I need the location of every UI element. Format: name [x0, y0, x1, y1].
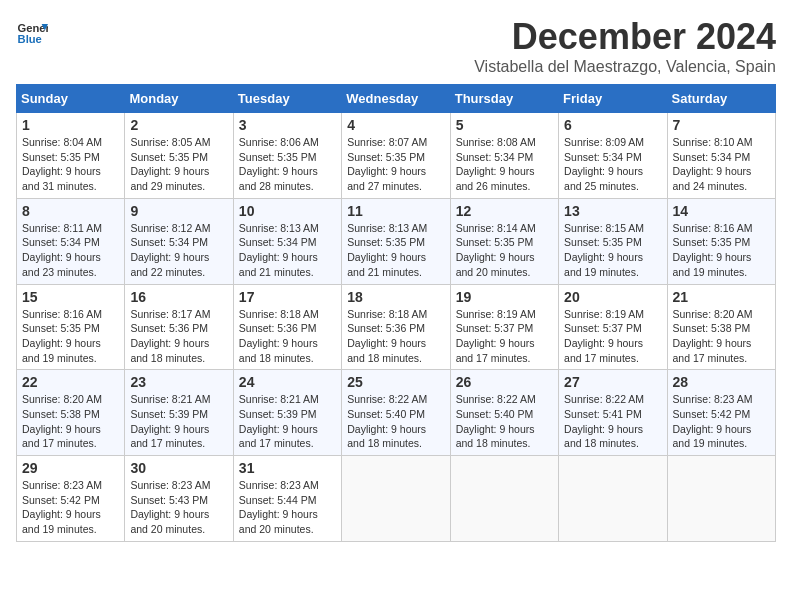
calendar-body: 1 Sunrise: 8:04 AM Sunset: 5:35 PM Dayli… — [17, 113, 776, 542]
sunrise-label: Sunrise: 8:16 AM — [22, 308, 102, 320]
day-number: 14 — [673, 203, 770, 219]
cell-content: Sunrise: 8:04 AM Sunset: 5:35 PM Dayligh… — [22, 135, 119, 194]
daylight-label: Daylight: 9 hours and 19 minutes. — [22, 337, 101, 364]
sunset-label: Sunset: 5:38 PM — [22, 408, 100, 420]
sunrise-label: Sunrise: 8:05 AM — [130, 136, 210, 148]
sunset-label: Sunset: 5:34 PM — [130, 236, 208, 248]
cell-content: Sunrise: 8:18 AM Sunset: 5:36 PM Dayligh… — [347, 307, 444, 366]
daylight-label: Daylight: 9 hours and 29 minutes. — [130, 165, 209, 192]
svg-text:Blue: Blue — [18, 33, 42, 45]
day-number: 19 — [456, 289, 553, 305]
calendar-cell: 20 Sunrise: 8:19 AM Sunset: 5:37 PM Dayl… — [559, 284, 667, 370]
sunset-label: Sunset: 5:44 PM — [239, 494, 317, 506]
daylight-label: Daylight: 9 hours and 20 minutes. — [456, 251, 535, 278]
weekday-header-monday: Monday — [125, 85, 233, 113]
daylight-label: Daylight: 9 hours and 19 minutes. — [673, 251, 752, 278]
day-number: 3 — [239, 117, 336, 133]
daylight-label: Daylight: 9 hours and 18 minutes. — [564, 423, 643, 450]
daylight-label: Daylight: 9 hours and 20 minutes. — [239, 508, 318, 535]
cell-content: Sunrise: 8:17 AM Sunset: 5:36 PM Dayligh… — [130, 307, 227, 366]
daylight-label: Daylight: 9 hours and 17 minutes. — [239, 423, 318, 450]
title-block: December 2024 Vistabella del Maestrazgo,… — [474, 16, 776, 76]
calendar-cell: 6 Sunrise: 8:09 AM Sunset: 5:34 PM Dayli… — [559, 113, 667, 199]
daylight-label: Daylight: 9 hours and 20 minutes. — [130, 508, 209, 535]
calendar-cell: 5 Sunrise: 8:08 AM Sunset: 5:34 PM Dayli… — [450, 113, 558, 199]
sunset-label: Sunset: 5:35 PM — [22, 151, 100, 163]
calendar-cell — [667, 456, 775, 542]
sunrise-label: Sunrise: 8:18 AM — [347, 308, 427, 320]
cell-content: Sunrise: 8:12 AM Sunset: 5:34 PM Dayligh… — [130, 221, 227, 280]
sunrise-label: Sunrise: 8:11 AM — [22, 222, 102, 234]
cell-content: Sunrise: 8:23 AM Sunset: 5:42 PM Dayligh… — [673, 392, 770, 451]
sunset-label: Sunset: 5:39 PM — [239, 408, 317, 420]
cell-content: Sunrise: 8:23 AM Sunset: 5:42 PM Dayligh… — [22, 478, 119, 537]
sunset-label: Sunset: 5:35 PM — [22, 322, 100, 334]
sunrise-label: Sunrise: 8:17 AM — [130, 308, 210, 320]
calendar-cell: 16 Sunrise: 8:17 AM Sunset: 5:36 PM Dayl… — [125, 284, 233, 370]
sunrise-label: Sunrise: 8:22 AM — [564, 393, 644, 405]
day-number: 18 — [347, 289, 444, 305]
daylight-label: Daylight: 9 hours and 18 minutes. — [456, 423, 535, 450]
sunset-label: Sunset: 5:40 PM — [456, 408, 534, 420]
sunset-label: Sunset: 5:35 PM — [239, 151, 317, 163]
sunrise-label: Sunrise: 8:22 AM — [347, 393, 427, 405]
calendar-week-3: 15 Sunrise: 8:16 AM Sunset: 5:35 PM Dayl… — [17, 284, 776, 370]
calendar-cell — [342, 456, 450, 542]
day-number: 9 — [130, 203, 227, 219]
weekday-header-thursday: Thursday — [450, 85, 558, 113]
sunrise-label: Sunrise: 8:18 AM — [239, 308, 319, 320]
calendar-week-1: 1 Sunrise: 8:04 AM Sunset: 5:35 PM Dayli… — [17, 113, 776, 199]
calendar-cell: 23 Sunrise: 8:21 AM Sunset: 5:39 PM Dayl… — [125, 370, 233, 456]
sunrise-label: Sunrise: 8:15 AM — [564, 222, 644, 234]
cell-content: Sunrise: 8:21 AM Sunset: 5:39 PM Dayligh… — [239, 392, 336, 451]
calendar-cell: 24 Sunrise: 8:21 AM Sunset: 5:39 PM Dayl… — [233, 370, 341, 456]
calendar-cell: 29 Sunrise: 8:23 AM Sunset: 5:42 PM Dayl… — [17, 456, 125, 542]
sunset-label: Sunset: 5:36 PM — [130, 322, 208, 334]
day-number: 25 — [347, 374, 444, 390]
cell-content: Sunrise: 8:23 AM Sunset: 5:43 PM Dayligh… — [130, 478, 227, 537]
cell-content: Sunrise: 8:11 AM Sunset: 5:34 PM Dayligh… — [22, 221, 119, 280]
day-number: 21 — [673, 289, 770, 305]
sunset-label: Sunset: 5:37 PM — [564, 322, 642, 334]
day-number: 6 — [564, 117, 661, 133]
calendar-cell: 10 Sunrise: 8:13 AM Sunset: 5:34 PM Dayl… — [233, 198, 341, 284]
sunrise-label: Sunrise: 8:23 AM — [673, 393, 753, 405]
cell-content: Sunrise: 8:07 AM Sunset: 5:35 PM Dayligh… — [347, 135, 444, 194]
calendar-cell: 27 Sunrise: 8:22 AM Sunset: 5:41 PM Dayl… — [559, 370, 667, 456]
sunrise-label: Sunrise: 8:13 AM — [347, 222, 427, 234]
sunrise-label: Sunrise: 8:06 AM — [239, 136, 319, 148]
day-number: 2 — [130, 117, 227, 133]
day-number: 23 — [130, 374, 227, 390]
day-number: 16 — [130, 289, 227, 305]
sunset-label: Sunset: 5:38 PM — [673, 322, 751, 334]
calendar-week-5: 29 Sunrise: 8:23 AM Sunset: 5:42 PM Dayl… — [17, 456, 776, 542]
sunset-label: Sunset: 5:35 PM — [347, 151, 425, 163]
calendar-cell: 31 Sunrise: 8:23 AM Sunset: 5:44 PM Dayl… — [233, 456, 341, 542]
sunrise-label: Sunrise: 8:23 AM — [22, 479, 102, 491]
sunrise-label: Sunrise: 8:16 AM — [673, 222, 753, 234]
calendar-cell — [559, 456, 667, 542]
location-title: Vistabella del Maestrazgo, Valencia, Spa… — [474, 58, 776, 76]
calendar-header-row: SundayMondayTuesdayWednesdayThursdayFrid… — [17, 85, 776, 113]
day-number: 22 — [22, 374, 119, 390]
day-number: 31 — [239, 460, 336, 476]
day-number: 27 — [564, 374, 661, 390]
daylight-label: Daylight: 9 hours and 21 minutes. — [347, 251, 426, 278]
calendar-cell: 19 Sunrise: 8:19 AM Sunset: 5:37 PM Dayl… — [450, 284, 558, 370]
svg-text:General: General — [18, 22, 48, 34]
daylight-label: Daylight: 9 hours and 19 minutes. — [673, 423, 752, 450]
sunset-label: Sunset: 5:37 PM — [456, 322, 534, 334]
sunset-label: Sunset: 5:34 PM — [239, 236, 317, 248]
calendar-table: SundayMondayTuesdayWednesdayThursdayFrid… — [16, 84, 776, 542]
cell-content: Sunrise: 8:23 AM Sunset: 5:44 PM Dayligh… — [239, 478, 336, 537]
cell-content: Sunrise: 8:19 AM Sunset: 5:37 PM Dayligh… — [564, 307, 661, 366]
daylight-label: Daylight: 9 hours and 18 minutes. — [130, 337, 209, 364]
sunrise-label: Sunrise: 8:07 AM — [347, 136, 427, 148]
weekday-header-tuesday: Tuesday — [233, 85, 341, 113]
day-number: 17 — [239, 289, 336, 305]
sunrise-label: Sunrise: 8:20 AM — [673, 308, 753, 320]
day-number: 5 — [456, 117, 553, 133]
daylight-label: Daylight: 9 hours and 17 minutes. — [564, 337, 643, 364]
day-number: 15 — [22, 289, 119, 305]
cell-content: Sunrise: 8:20 AM Sunset: 5:38 PM Dayligh… — [673, 307, 770, 366]
